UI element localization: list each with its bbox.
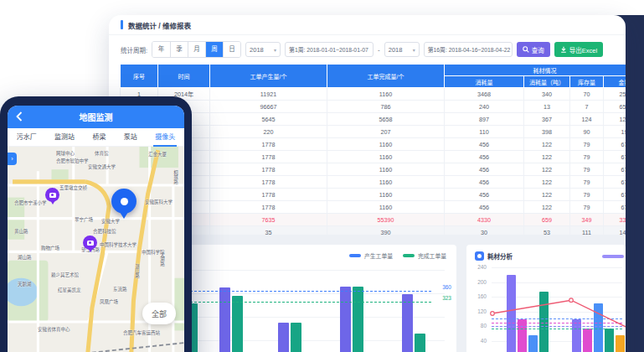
back-chevron-icon[interactable]: [16, 111, 23, 122]
query-button[interactable]: 查询: [517, 42, 550, 57]
cell: 456: [445, 201, 524, 214]
camera-icon: [49, 193, 56, 198]
cell: 122: [524, 138, 570, 151]
cell: 96667: [210, 101, 327, 113]
map-label: 安徽省体育中心: [38, 326, 70, 333]
cell: 124: [570, 113, 604, 126]
cell: 1778: [210, 163, 327, 176]
download-icon: [560, 46, 567, 53]
bar: [278, 323, 289, 352]
bar: [353, 287, 363, 352]
cell: 456: [445, 163, 524, 176]
cell: 67: [604, 163, 626, 176]
breadcrumb-text[interactable]: 数据统计 / 维修报表: [128, 20, 191, 30]
camera-marker[interactable]: [45, 188, 59, 202]
map-label: 天鹅湖: [18, 281, 32, 287]
selected-location-marker[interactable]: [111, 189, 137, 214]
cell: 240: [445, 101, 524, 113]
col-subheader: 金额: [604, 76, 626, 88]
phone-screen: 地图监测 污水厂监测站桥梁泵站摄像头: [8, 106, 184, 352]
tab-桥梁[interactable]: 桥梁: [92, 128, 106, 147]
map-label: 汇金大厦: [148, 151, 167, 158]
tab-监测站[interactable]: 监测站: [54, 128, 75, 147]
tab-污水厂[interactable]: 污水厂: [17, 128, 37, 147]
map-label: 黄山路: [14, 228, 28, 235]
cell: 79: [570, 138, 604, 151]
cell: 122: [524, 163, 570, 176]
cell: 1778: [210, 151, 327, 163]
map-view[interactable]: 网球中心体育馆合肥市琥珀中学安徽交通大学汇金大厦桐城路五里墩立交桥安徽医科大学合…: [8, 147, 184, 352]
legend-item[interactable]: 完成工单量: [403, 251, 446, 260]
cell: 1778: [210, 138, 327, 151]
cell: 122: [524, 176, 570, 189]
cell: 456: [445, 138, 524, 151]
period-option[interactable]: 日: [223, 42, 240, 57]
bar: [291, 323, 301, 352]
cell: 3468: [445, 88, 524, 101]
cell: 340: [524, 88, 570, 101]
legend-item[interactable]: 产生工单量: [349, 251, 393, 260]
tab-泵站[interactable]: 泵站: [124, 128, 137, 147]
map-expander-button[interactable]: ›: [8, 153, 17, 165]
table-row: 12014年119211160346834070250: [121, 88, 626, 101]
camera-icon: [87, 241, 94, 246]
period-option[interactable]: 年: [152, 42, 170, 57]
map-label: 五里墩立交桥: [59, 184, 87, 191]
cell: 659: [524, 214, 570, 226]
bar: [340, 287, 351, 352]
start-week-field[interactable]: 第1周: 2018-01-01~2018-01-07: [285, 42, 374, 57]
cell: 786: [327, 101, 445, 113]
filter-toolbar: 统计周期: 年季月周日 2018 ▾ 第1周: 2018-01-01~2018-…: [109, 35, 626, 59]
marker-dot: [121, 198, 128, 205]
line-series: [466, 245, 626, 352]
export-excel-button[interactable]: 导出Excel: [554, 42, 603, 57]
map-label: 东流路: [113, 286, 127, 292]
cell: 79: [570, 201, 604, 214]
markline-label: 360: [442, 284, 451, 290]
cell: 122: [524, 189, 570, 201]
show-all-button[interactable]: 全部: [142, 303, 176, 324]
chevron-down-icon: ▾: [274, 47, 276, 53]
start-year-select[interactable]: 2018 ▾: [245, 42, 281, 57]
app-tab-bar: 污水厂监测站桥梁泵站摄像头: [8, 128, 184, 147]
legend-label: 产生工单量: [364, 251, 393, 260]
cell: 1778: [210, 201, 327, 214]
camera-marker[interactable]: [83, 236, 97, 250]
table-row: 296667786240137650: [121, 101, 626, 113]
map-label: 红星美凯龙: [58, 287, 81, 293]
cell: 1778: [210, 189, 327, 201]
period-option[interactable]: 周: [205, 42, 223, 57]
cell: 1160: [327, 176, 445, 189]
phone-mockup: 地图监测 污水厂监测站桥梁泵站摄像头: [0, 96, 192, 352]
legend-swatch: [349, 254, 361, 257]
cell: 1160: [327, 201, 445, 214]
col-header-completed: 工单完成量/个: [327, 65, 445, 88]
cell: 349: [570, 214, 604, 226]
legend-swatch: [403, 254, 415, 257]
bar: [219, 287, 230, 352]
tab-摄像头[interactable]: 摄像头: [155, 128, 175, 147]
end-year-select[interactable]: 2018 ▾: [384, 42, 420, 57]
consumables-chart-panel: 耗材分析 2402001601208040: [466, 245, 626, 352]
map-label: 潜山路: [134, 264, 141, 278]
map-label: 湖山路: [18, 254, 32, 261]
table-row: 10177811604561227967: [121, 201, 626, 214]
cell: 207: [327, 126, 445, 138]
cell: 7635: [210, 214, 327, 226]
screenshot-stage: 数据统计 / 维修报表 统计周期: 年季月周日 2018 ▾ 第1周: 2018…: [0, 0, 644, 352]
map-label: 购物广场: [41, 245, 59, 251]
cell: 1160: [327, 138, 445, 151]
period-option[interactable]: 月: [188, 42, 205, 57]
table-row: 合计7635553904330659349334: [121, 214, 626, 226]
map-label: 体育馆: [95, 150, 109, 157]
cell: 55390: [327, 214, 445, 226]
breadcrumb: 数据统计 / 维修报表: [109, 15, 626, 35]
cell: 5658: [327, 113, 445, 126]
cell: 122: [524, 151, 570, 163]
end-week-field[interactable]: 第16周: 2018-04-16~2018-04-22: [424, 42, 513, 57]
period-option[interactable]: 季: [170, 42, 188, 57]
cell: 1778: [210, 176, 327, 189]
legend-label: 完成工单量: [418, 251, 446, 260]
map-label: 赖少其艺术馆: [51, 272, 79, 278]
table-row: 5177811604561227967: [121, 138, 626, 151]
